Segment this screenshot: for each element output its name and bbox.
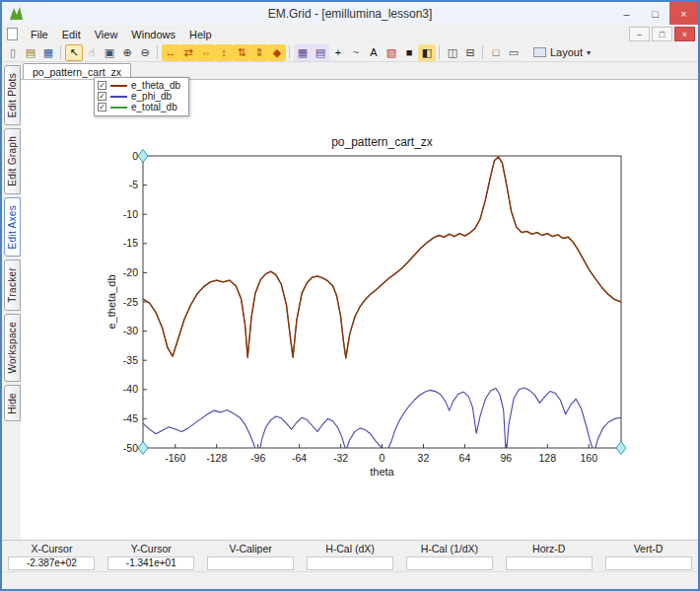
full-y-axis-button[interactable]: ⇕ (250, 44, 268, 61)
fit-width-icon: ▭ (509, 47, 519, 58)
zoom-in-button[interactable]: ⊕ (118, 44, 136, 61)
save-file-button[interactable]: ▦ (39, 44, 57, 61)
x-axis-limits-button[interactable]: ◫ (444, 44, 461, 61)
compress-x-axis-button[interactable]: ⇄ (179, 44, 197, 61)
sidebar-tab-label: Tracker (7, 267, 18, 303)
status-value: -2.387e+02 (8, 556, 95, 570)
add-marker-icon: + (335, 47, 341, 58)
window-title: EM.Grid - [emillumina_lesson3] (2, 7, 698, 21)
legend-item-e-theta-db[interactable]: ✓ e_theta_db (98, 80, 180, 91)
compress-y-axis-button[interactable]: ⇅ (233, 44, 250, 61)
legend-item-e-total-db[interactable]: ✓ e_total_db (98, 102, 180, 112)
color-palette-button[interactable]: ▧ (383, 44, 400, 61)
y-tick-label: -30 (123, 325, 138, 336)
open-file-button[interactable]: ▤ (22, 44, 39, 61)
plot-properties-icon: ▤ (315, 47, 325, 58)
new-file-button[interactable]: ▯ (4, 44, 22, 61)
legend-line-sample (110, 96, 127, 98)
status-v-caliper-label: V-Caliper (201, 543, 301, 555)
y-axis-limits-button[interactable]: ⊟ (461, 44, 479, 61)
x-tick-label: -128 (206, 452, 227, 464)
full-x-axis-button[interactable]: ⇔ (197, 44, 215, 61)
mdi-minimize-button[interactable]: – (629, 27, 650, 41)
graph-properties-button[interactable]: ▦ (294, 44, 312, 61)
statusbar: X-CursorY-CursorV-CaliperH-Cal (dX)H-Cal… (2, 540, 698, 571)
sidebar-tab-workspace[interactable]: Workspace (4, 314, 21, 382)
titlebar: EM.Grid - [emillumina_lesson3] – □ × (2, 2, 698, 25)
status-value (406, 556, 493, 570)
sidebar-tab-label: Edit Graph (7, 136, 18, 186)
select-tool-icon: ↖ (69, 47, 78, 58)
sidebar-tab-hide[interactable]: Hide (4, 385, 21, 422)
sidebar-tab-edit-axes[interactable]: Edit Axes (4, 197, 21, 257)
save-file-icon: ▦ (43, 47, 53, 58)
plot-properties-button[interactable]: ▤ (312, 44, 329, 61)
menu-windows[interactable]: Windows (124, 27, 182, 42)
sidebar-tab-edit-graph[interactable]: Edit Graph (4, 128, 21, 194)
menu-view[interactable]: View (88, 27, 125, 42)
zoom-window-button[interactable]: ▣ (101, 44, 118, 61)
zoom-in-icon: ⊕ (122, 47, 131, 58)
sidebar: Edit PlotsEdit GraphEdit AxesTrackerWork… (2, 62, 21, 540)
autoscale-icon: ◆ (273, 47, 281, 58)
curve-fit-button[interactable]: ~ (347, 44, 365, 61)
select-tool-button[interactable]: ↖ (65, 44, 83, 61)
autoscale-button[interactable]: ◆ (268, 44, 286, 61)
layout-dropdown[interactable]: Layout ▾ (526, 44, 597, 60)
legend-line-sample (110, 85, 127, 87)
menu-file[interactable]: File (24, 27, 55, 42)
status-x-cursor-label: X-Cursor (2, 543, 102, 555)
sidebar-tab-tracker[interactable]: Tracker (4, 259, 21, 311)
full-y-axis-icon: ⇕ (254, 47, 263, 58)
legend-line-sample (110, 107, 127, 109)
legend: ✓ e_theta_db ✓ e_phi_db ✓ e_total_db (94, 77, 189, 116)
x-tick-label: -96 (250, 452, 265, 464)
x-tick-label: 32 (418, 452, 430, 464)
chevron-down-icon: ▾ (587, 48, 591, 57)
status-value (506, 556, 593, 570)
legend-item-e-phi-db[interactable]: ✓ e_phi_db (98, 91, 180, 102)
expand-y-axis-button[interactable]: ↕ (215, 44, 233, 61)
chart-title: po_pattern_cart_zx (331, 135, 433, 149)
add-marker-button[interactable]: + (329, 44, 347, 61)
sidebar-tab-label: Workspace (7, 322, 18, 374)
surface-plot-button[interactable]: ◧ (418, 44, 436, 61)
mdi-close-button[interactable]: × (674, 27, 695, 41)
minimize-button[interactable]: – (612, 2, 641, 25)
zoom-window-icon: ▣ (105, 47, 114, 58)
compress-y-axis-icon: ⇅ (237, 47, 245, 58)
layout-box-button[interactable]: □ (487, 44, 505, 61)
document-system-menu-icon[interactable] (7, 28, 18, 40)
colormap-button[interactable]: ■ (400, 44, 418, 61)
zoom-out-button[interactable]: ⊖ (136, 44, 154, 61)
status-x-cursor-value: -2.387e+02 (2, 555, 102, 572)
x-tick-label: -64 (292, 452, 307, 464)
x-tick-label: 0 (380, 452, 385, 464)
legend-checkbox[interactable]: ✓ (98, 103, 106, 111)
menu-edit[interactable]: Edit (55, 27, 88, 42)
plot-area[interactable] (143, 156, 621, 448)
menu-help[interactable]: Help (182, 27, 219, 42)
open-file-icon: ▤ (26, 47, 35, 58)
x-tick-label: 160 (580, 452, 597, 464)
restore-button[interactable]: □ (641, 2, 669, 25)
status-value: -1.341e+01 (107, 556, 194, 570)
legend-checkbox[interactable]: ✓ (98, 81, 106, 90)
mdi-restore-button[interactable]: □ (652, 27, 672, 41)
toolbar-separator (289, 45, 291, 59)
x-tick-label: 64 (459, 452, 471, 464)
expand-x-axis-button[interactable]: ↔ (162, 44, 179, 61)
workarea: Edit PlotsEdit GraphEdit AxesTrackerWork… (2, 62, 698, 540)
full-x-axis-icon: ⇔ (201, 47, 212, 58)
expand-y-axis-icon: ↕ (221, 47, 227, 58)
legend-checkbox[interactable]: ✓ (98, 92, 106, 101)
pan-tool-button[interactable]: ☝ (83, 44, 101, 61)
color-palette-icon: ▧ (386, 47, 396, 58)
status-vert-d-label: Vert-D (598, 543, 698, 555)
fit-width-button[interactable]: ▭ (505, 44, 523, 61)
close-button[interactable]: × (669, 2, 698, 25)
sidebar-tab-edit-plots[interactable]: Edit Plots (4, 65, 21, 125)
layout-label: Layout (550, 46, 583, 58)
zoom-out-icon: ⊖ (140, 47, 149, 58)
add-text-button[interactable]: A (365, 44, 383, 61)
